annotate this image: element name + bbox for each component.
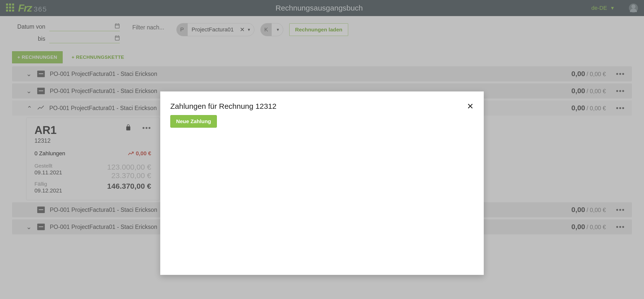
payments-dialog: Zahlungen für Rechnung 12312 ✕ Neue Zahl…: [160, 91, 484, 275]
new-payment-button[interactable]: Neue Zahlung: [170, 115, 217, 128]
dialog-title: Zahlungen für Rechnung 12312: [170, 102, 467, 111]
close-dialog-icon[interactable]: ✕: [467, 102, 474, 111]
